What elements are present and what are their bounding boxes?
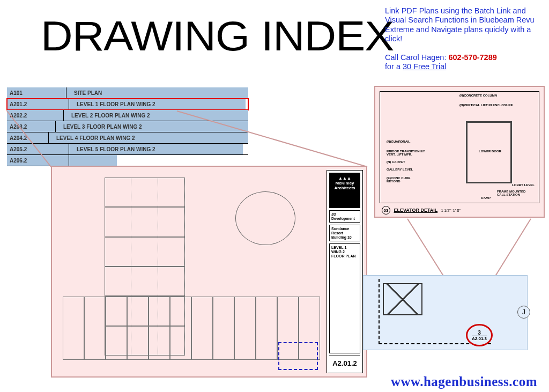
row-code: A204.2: [7, 132, 49, 143]
row-desc: LEVEL 3 FLOOR PLAN WING 2: [56, 121, 248, 132]
elevator-icon: [383, 283, 422, 315]
row-code: A206.2: [7, 155, 69, 166]
detail-scale: 1 1/2"=1'-0": [441, 209, 461, 212]
floor-plan-sheet[interactable]: ▲▲▲McKinley Architects JD Development Su…: [51, 166, 367, 378]
row-code: A203.2: [7, 121, 56, 132]
title-block: ▲▲▲McKinley Architects JD Development Su…: [327, 170, 363, 373]
row-desc: [69, 155, 117, 166]
callout-zoom[interactable]: J 3 A2.01.3: [363, 275, 528, 350]
detail-name: ELEVATOR DETAIL: [394, 208, 438, 213]
note-frame: FRAME MOUNTED CALL STATION: [497, 190, 535, 196]
callout-region[interactable]: [278, 342, 318, 370]
call-prefix: Call Carol Hagen:: [385, 53, 448, 62]
row-desc: SITE PLAN: [66, 87, 248, 98]
callout-sheet: A2.01.3: [472, 336, 487, 341]
note-vertical-lift: (N)VERTICAL LIFT IN ENCLOSURE: [459, 103, 513, 107]
index-row-selected[interactable]: A201.2LEVEL 1 FLOOR PLAN WING 2: [7, 99, 248, 110]
pool-outline: [235, 191, 295, 245]
detail-title: 03 ELEVATOR DETAIL 1 1/2"=1'-0": [382, 206, 461, 215]
row-code: A205.2: [7, 144, 69, 154]
callout-num: 3: [472, 330, 487, 336]
note-gallery: GALLERY LEVEL: [387, 168, 413, 171]
trial-prefix: for a: [385, 62, 403, 71]
elevator-detail[interactable]: (N)CONCRETE COLUMN (N)VERTICAL LIFT IN E…: [374, 86, 545, 218]
title-block-sheet-title: LEVEL 1 WING 2 FLOOR PLAN: [329, 243, 360, 353]
drawing-index-table: A101SITE PLAN A201.2LEVEL 1 FLOOR PLAN W…: [7, 87, 248, 166]
row-desc: LEVEL 1 FLOOR PLAN WING 2: [69, 99, 246, 109]
note-bridge: BRIDGE TRANSITION BY VERT. LIFT MFR.: [387, 150, 429, 156]
note-curb: (E)CONC CURB BEYOND: [387, 176, 419, 183]
index-row[interactable]: A203.2LEVEL 3 FLOOR PLAN WING 2: [7, 121, 248, 132]
note-lobby: LOBBY LEVEL: [512, 183, 535, 187]
detail-number: 03: [382, 206, 390, 215]
promo-text: Link PDF Plans using the Batch Link and …: [385, 6, 540, 72]
row-desc: LEVEL 2 FLOOR PLAN WING 2: [64, 110, 248, 121]
note-guardrail: (N)GUARDRAIL: [387, 140, 410, 143]
promo-body: Link PDF Plans using the Batch Link and …: [385, 6, 535, 43]
index-row[interactable]: A101SITE PLAN: [7, 87, 248, 99]
free-trial-link[interactable]: 30 Free Trial: [403, 62, 446, 71]
detail-frame: (N)CONCRETE COLUMN (N)VERTICAL LIFT IN E…: [380, 91, 539, 203]
row-desc: LEVEL 4 FLOOR PLAN WING 2: [49, 132, 248, 143]
website-url[interactable]: www.hagenbusiness.com: [391, 374, 537, 389]
title-block-client: JD Development: [329, 210, 360, 223]
note-concrete-column: (N)CONCRETE COLUMN: [459, 94, 497, 97]
phone-number[interactable]: 602-570-7289: [448, 53, 496, 62]
page-title: DRAWING INDEX: [41, 12, 394, 61]
index-row[interactable]: A205.2LEVEL 5 FLOOR PLAN WING 2: [7, 144, 248, 155]
grid-bubble-j: J: [517, 306, 530, 319]
index-row[interactable]: A202.2LEVEL 2 FLOOR PLAN WING 2: [7, 110, 248, 121]
architect-logo: ▲▲▲McKinley Architects: [329, 173, 360, 208]
index-row[interactable]: A204.2LEVEL 4 FLOOR PLAN WING 2: [7, 132, 248, 144]
title-block-project: Sundance Resort Building 10: [329, 225, 360, 241]
note-carpet: (N) CARPET: [387, 160, 405, 164]
detail-callout-bubble[interactable]: 3 A2.01.3: [466, 324, 493, 346]
row-code: A101: [7, 87, 66, 98]
row-code: A201.2: [7, 99, 69, 109]
row-code: A202.2: [7, 110, 64, 121]
sheet-number: A2.01.2: [329, 356, 360, 371]
index-row[interactable]: A206.2: [7, 155, 248, 166]
note-lower: LOWER DOOR: [479, 150, 501, 153]
row-desc: LEVEL 5 FLOOR PLAN WING 2: [69, 144, 243, 154]
note-ramp: RAMP: [481, 196, 491, 199]
